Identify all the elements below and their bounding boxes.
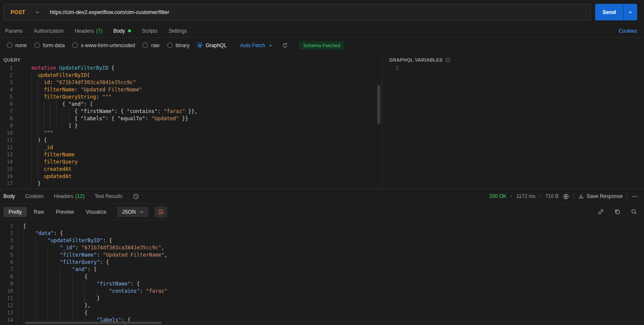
radio-icon <box>7 42 12 48</box>
query-scrollbar[interactable] <box>377 85 380 124</box>
postman-window: POST https://cim-dev2.expertflow.com/cim… <box>0 0 644 325</box>
response-time[interactable]: 1172 ms <box>516 193 536 199</box>
code-line-1: 1{ <box>0 223 644 230</box>
radio-icon <box>72 42 78 48</box>
tab-params[interactable]: Params <box>5 28 23 34</box>
query-editor[interactable]: 1mutation UpdateFilterByID {2updateFilte… <box>0 65 382 189</box>
view-raw[interactable]: Raw <box>28 207 49 217</box>
search-icon[interactable] <box>631 209 637 215</box>
code-line-6: 6{ "and": [ <box>0 101 382 108</box>
code-line-5: 5filterQueryString: """ <box>0 93 382 101</box>
view-pretty[interactable]: Pretty <box>3 207 27 217</box>
response-tabs: BodyCookiesHeaders(12)Test Results <box>3 193 123 199</box>
url-input[interactable]: https://cim-dev2.expertflow.com/cim-cust… <box>47 9 590 15</box>
code-line-6: 6"filterQuery": { <box>0 259 644 266</box>
tab-authorization[interactable]: Authorization <box>34 28 63 34</box>
send-options-button[interactable] <box>623 4 637 20</box>
tab-body[interactable]: Body <box>113 28 131 34</box>
radio-icon <box>167 42 173 48</box>
more-actions-icon[interactable] <box>632 193 638 200</box>
response-view-bar: PrettyRawPreviewVisualize JSON <box>0 204 644 220</box>
format-dropdown[interactable]: JSON <box>117 207 148 217</box>
response-tab-cookies[interactable]: Cookies <box>25 193 43 199</box>
body-type-raw[interactable]: raw <box>142 42 159 48</box>
radio-selected-icon <box>197 42 202 48</box>
code-line-5: 5"filterName": "Updated FilterName", <box>0 252 644 259</box>
body-type-binary[interactable]: binary <box>167 42 190 48</box>
response-tab-body[interactable]: Body <box>3 193 15 199</box>
wrap-text-button[interactable] <box>154 206 167 218</box>
body-type-none[interactable]: none <box>7 42 27 48</box>
code-line-2: 2"data": { <box>0 230 644 237</box>
response-tab-headers[interactable]: Headers(12) <box>54 193 85 199</box>
request-tabs-row: ParamsAuthorizationHeaders(7)BodyScripts… <box>0 24 644 38</box>
save-response-button[interactable]: Save Response <box>578 193 623 199</box>
chevron-down-icon <box>628 10 633 14</box>
auto-fetch-label: Auto Fetch <box>240 42 265 48</box>
link-icon[interactable] <box>598 209 604 215</box>
code-line-8: 8{ "labels": { "equalTo": "Updated" }} <box>0 115 382 122</box>
body-type-x-www-form-urlencoded[interactable]: x-www-form-urlencoded <box>72 42 135 48</box>
history-icon[interactable] <box>133 193 139 200</box>
response-actions <box>598 209 637 215</box>
code-line-3: 3"updateFilterByID": { <box>0 237 644 244</box>
save-icon <box>578 193 584 199</box>
code-line-1: 1 <box>386 65 644 72</box>
code-line-13: 13filterName <box>0 151 382 158</box>
code-line-9: 9"firstName": { <box>0 280 644 288</box>
body-type-graphql[interactable]: GraphQL <box>197 42 226 48</box>
response-body-editor[interactable]: 1{2"data": {3"updateFilterByID": {4"_id"… <box>0 220 644 325</box>
format-label: JSON <box>122 209 136 215</box>
code-line-4: 4filterName: "Updated FilterName" <box>0 86 382 93</box>
tab-settings[interactable]: Settings <box>168 28 187 34</box>
chevron-down-icon <box>140 210 144 214</box>
auto-fetch-dropdown[interactable]: Auto Fetch <box>240 42 273 48</box>
code-line-16: 16updatedAt <box>0 173 382 180</box>
code-line-2: 2updateFilterByID( <box>0 72 382 79</box>
url-box: POST https://cim-dev2.expertflow.com/cim… <box>3 4 591 20</box>
code-line-7: 7{ "firstName": { "contains": "faraz" }}… <box>0 108 382 115</box>
variables-title: GRAPHQL VARIABLES <box>389 57 443 62</box>
request-bar: POST https://cim-dev2.expertflow.com/cim… <box>0 0 644 24</box>
response-horizontal-scrollbar[interactable] <box>25 322 162 324</box>
code-line-12: 12_id <box>0 144 382 151</box>
view-visualize[interactable]: Visualize <box>81 207 111 217</box>
graphql-panels: QUERY 1mutation UpdateFilterByID {2updat… <box>0 53 644 189</box>
code-line-17: 17} <box>0 180 382 187</box>
response-tab-test-results[interactable]: Test Results <box>94 193 122 199</box>
separator-dot <box>511 196 512 197</box>
code-line-3: 3id: "671b74df303ca3841e35cc9c" <box>0 79 382 86</box>
variables-panel: GRAPHQL VARIABLES 1 <box>382 53 644 189</box>
variables-editor[interactable]: 1 <box>386 65 644 189</box>
code-line-10: 10"contains": "faraz" <box>0 288 644 295</box>
copy-icon[interactable] <box>614 209 621 215</box>
cookies-link[interactable]: Cookies <box>619 28 637 34</box>
tab-scripts[interactable]: Scripts <box>142 28 158 34</box>
code-line-7: 7"and": [ <box>0 266 644 273</box>
request-tabs: ParamsAuthorizationHeaders(7)BodyScripts… <box>5 28 187 34</box>
view-preview[interactable]: Preview <box>51 207 79 217</box>
method-label: POST <box>11 9 25 15</box>
tab-headers[interactable]: Headers(7) <box>74 28 102 34</box>
body-type-form-data[interactable]: form-data <box>34 42 65 48</box>
method-dropdown[interactable]: POST <box>4 9 47 15</box>
network-globe-icon[interactable] <box>563 193 569 200</box>
response-size[interactable]: 710 B <box>545 193 559 199</box>
query-panel-header: QUERY <box>0 53 382 65</box>
separator-dot <box>540 196 541 197</box>
code-line-14: 14filterQuery <box>0 158 382 166</box>
status-badge[interactable]: 200 OK <box>489 193 507 199</box>
radio-icon <box>34 42 40 48</box>
send-group: Send <box>595 4 637 20</box>
refresh-schema-icon[interactable] <box>282 42 288 48</box>
wrap-text-icon <box>157 209 164 215</box>
send-button[interactable]: Send <box>595 4 623 20</box>
separator <box>627 193 627 199</box>
code-line-11: 11) { <box>0 137 382 144</box>
save-response-label: Save Response <box>587 193 623 199</box>
body-modified-dot <box>128 29 131 32</box>
code-line-4: 4"_id": "671b74df303ca3841e35cc9c", <box>0 244 644 252</box>
chevron-down-icon <box>35 10 40 14</box>
info-icon[interactable] <box>445 57 450 62</box>
code-line-9: 9] } <box>0 122 382 130</box>
